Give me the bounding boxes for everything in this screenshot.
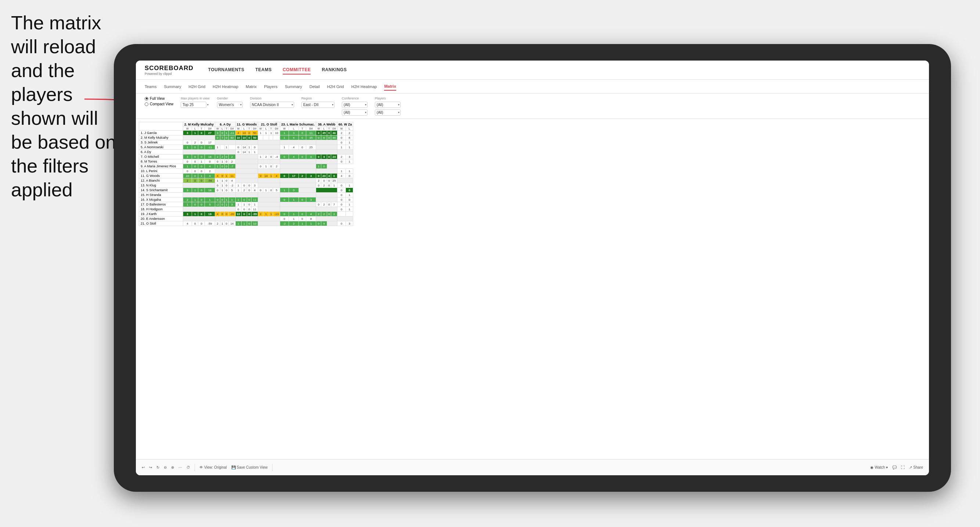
col-header-woods: 11. G Woods [235, 122, 258, 127]
toolbar-sep2 [272, 464, 272, 471]
row-header: 7. O Mitchell [139, 154, 183, 159]
corner-header [139, 122, 183, 131]
subnav-teams[interactable]: Teams [145, 83, 156, 90]
table-row: 13. N Klug 0 1 0 -2 1 0 0 3 0 [139, 183, 353, 188]
max-players-select[interactable]: Top 25 Top 50 All [181, 102, 206, 108]
subnav-h2h-heatmap[interactable]: H2H Heatmap [213, 83, 238, 90]
share-btn[interactable]: ↗ Share [909, 465, 923, 469]
table-row: 5. A Nomrowski 1 0 0 -11 1 1 0 14 1 [139, 145, 353, 150]
nav-item-committee[interactable]: COMMITTEE [283, 66, 311, 75]
subnav-h2h-grid[interactable]: H2H Grid [188, 83, 205, 90]
undo-btn[interactable]: ↩ [142, 465, 145, 469]
wlt-w2: W [215, 127, 220, 131]
table-row: 10. L Perini 0 0 0 2 1 1 [139, 169, 353, 174]
nav-item-teams[interactable]: TEAMS [255, 66, 272, 75]
division-select[interactable]: NCAA Division II NCAA Division I [250, 102, 294, 108]
view-original-btn[interactable]: 👁 View: Original [199, 465, 227, 469]
subnav-matrix[interactable]: Matrix [246, 83, 257, 90]
save-custom-btn[interactable]: 💾 Save Custom View [231, 465, 268, 469]
nav-items: TOURNAMENTS TEAMS COMMITTEE RANKINGS [208, 66, 347, 75]
watch-btn[interactable]: ◉ Watch ▾ [870, 465, 888, 469]
main-content[interactable]: 2. M Kelly Mulcahy 6. A Dy 11. G Woods 2… [136, 119, 929, 459]
players-select2[interactable]: (All) [375, 110, 401, 116]
tablet-frame: SCOREBOARD Powered by clippd TOURNAMENTS… [114, 44, 951, 492]
subnav-matrix2[interactable]: Matrix [384, 83, 396, 90]
gender-select-wrapper: Women's Men's [217, 101, 243, 108]
subnav-summary[interactable]: Summary [164, 83, 181, 90]
row-header: 20. E Andersson [139, 216, 183, 221]
subnav-summary2[interactable]: Summary [285, 83, 302, 90]
zoom-in-btn[interactable]: ⊕ [171, 465, 174, 469]
row-header: 9. A Maria Jimenez Rios [139, 164, 183, 169]
players-select-wrapper2: (All) [375, 109, 401, 116]
full-view-option[interactable]: Full View [145, 97, 173, 100]
gender-select[interactable]: Women's Men's [217, 102, 243, 108]
wlt-l2: L [220, 127, 224, 131]
nav-item-rankings[interactable]: RANKINGS [321, 66, 347, 75]
row-header: 16. X Mcgaha [139, 197, 183, 202]
timer-btn[interactable]: ⏱ [186, 465, 190, 469]
table-row: 16. X Mcgaha 2 1 0 1 0 0 1 1 1 0 0 [139, 197, 353, 202]
logo-sub: Powered by clippd [145, 72, 194, 76]
more-btn[interactable]: ⋯ [178, 465, 182, 469]
col-header-mulcahy: 2. M Kelly Mulcahy [183, 122, 215, 127]
conference-select-wrapper1: (All) [342, 101, 368, 108]
table-row: 19. J Karth 3 1 0 19 4 0 0 -20 13 0 0 [139, 212, 353, 216]
full-view-radio[interactable] [145, 97, 148, 100]
filter-max-players: Max players in view Top 25 Top 50 All [181, 97, 210, 108]
conference-select2[interactable]: (All) [342, 110, 368, 116]
table-row: 15. H Stranda 0 1 [139, 193, 353, 197]
row-header: 17. D Ballesteros [139, 202, 183, 207]
subnav-players[interactable]: Players [264, 83, 278, 90]
wlt-t1: T [198, 127, 205, 131]
table-row: 14. S Srichantamit 3 1 0 18 0 1 0 5 1 2 … [139, 188, 353, 193]
wlt-w1: W [183, 127, 192, 131]
wlt-l3: L [241, 127, 247, 131]
wlt-l4: L [263, 127, 269, 131]
row-header: 21. O Stoll [139, 221, 183, 226]
table-row: 9. A Maria Jimenez Rios 1 0 0 4 1 0 0 -7… [139, 164, 353, 169]
subnav-detail[interactable]: Detail [310, 83, 320, 90]
players-select1[interactable]: (All) [375, 102, 401, 108]
wlt-l1: L [192, 127, 198, 131]
region-select[interactable]: East - DII [301, 102, 334, 108]
zoom-out-btn[interactable]: ⊖ [164, 465, 167, 469]
row-header: 8. M Torres [139, 159, 183, 164]
wlt-w7: W [337, 127, 346, 131]
col-header-stoll: 21. O Stoll [258, 122, 280, 127]
division-select-wrapper: NCAA Division II NCAA Division I [250, 101, 294, 108]
nav-bar: SCOREBOARD Powered by clippd TOURNAMENTS… [136, 60, 929, 79]
logo-title: SCOREBOARD [145, 65, 194, 72]
division-label: Division [250, 97, 294, 100]
share-label: Share [913, 465, 923, 469]
wlt-t4: T [269, 127, 273, 131]
table-row: 17. D Ballesteros 1 0 0 5 -2 0 1 3 1 1 0 [139, 202, 353, 207]
nav-item-tournaments[interactable]: TOURNAMENTS [208, 66, 245, 75]
tablet-screen: SCOREBOARD Powered by clippd TOURNAMENTS… [136, 60, 929, 475]
wlt-t6: T [327, 127, 331, 131]
row-header: 1. J Garcia [139, 131, 183, 135]
table-row: 20. E Andersson 0 1 0 8 [139, 216, 353, 221]
fullscreen-btn[interactable]: ⛶ [901, 465, 905, 469]
subnav-h2h-heatmap2[interactable]: H2H Heatmap [352, 83, 377, 90]
wlt-l7: L [346, 127, 353, 131]
table-row: 6. A Dy 0 14 1 1 [139, 150, 353, 154]
col-header-ady: 6. A Dy [215, 122, 236, 127]
subnav-h2h-grid2[interactable]: H2H Grid [327, 83, 344, 90]
comment-btn[interactable]: 💬 [892, 465, 897, 469]
share-icon: ↗ [909, 465, 912, 469]
compact-view-radio[interactable] [145, 102, 148, 106]
toolbar-right: ◉ Watch ▾ 💬 ⛶ ↗ Share [870, 465, 923, 469]
filter-gender: Gender Women's Men's [217, 97, 243, 108]
row-header: 18. H Hodgson [139, 207, 183, 212]
refresh-btn[interactable]: ↻ [156, 465, 159, 469]
conference-select1[interactable]: (All) [342, 102, 368, 108]
players-label: Players [375, 97, 401, 100]
wlt-l6: L [321, 127, 327, 131]
row-header: 14. S Srichantamit [139, 188, 183, 193]
save-custom-label: Save Custom View [237, 465, 268, 469]
row-header: 11. G Woods [139, 174, 183, 178]
wlt-w6: W [316, 127, 321, 131]
compact-view-option[interactable]: Compact View [145, 102, 173, 106]
redo-btn[interactable]: ↪ [149, 465, 152, 469]
